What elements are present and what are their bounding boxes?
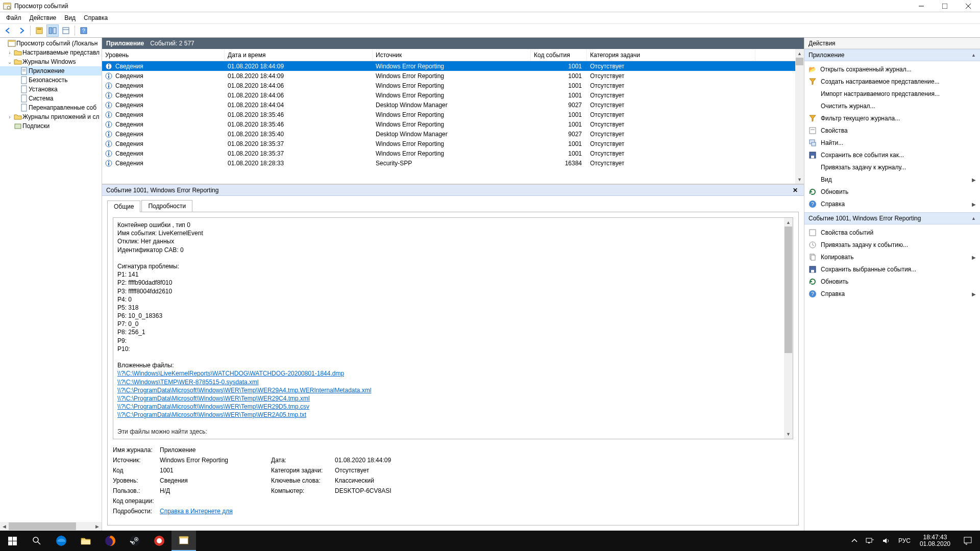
scroll-right-icon[interactable]: ▶ [93,522,102,531]
action-view-submenu[interactable]: Вид▶ [804,173,980,186]
action-event-attach-task[interactable]: Привязать задачу к событию... [804,239,980,251]
scroll-left-icon[interactable]: ◀ [0,522,9,531]
tray-language[interactable]: РУС [894,531,915,551]
tree-horizontal-scrollbar[interactable]: ◀ ▶ [0,522,102,531]
table-row[interactable]: Сведения01.08.2020 18:35:46Windows Error… [102,110,795,119]
tab-details[interactable]: Подробности [141,200,192,212]
window-close-button[interactable] [957,0,980,12]
col-level[interactable]: Уровень [102,49,225,61]
tray-notifications-button[interactable] [955,531,980,551]
window-maximize-button[interactable] [933,0,957,12]
tree-log-security[interactable]: Безопасность [0,76,102,85]
collapse-icon[interactable]: ▲ [971,216,976,221]
action-filter-log[interactable]: Фильтр текущего журнала... [804,112,980,124]
nav-back-button[interactable] [2,24,14,37]
table-row[interactable]: Сведения01.08.2020 18:44:06Windows Error… [102,90,795,100]
action-properties[interactable]: Свойства [804,124,980,137]
action-help-2[interactable]: ?Справка▶ [804,288,980,300]
scroll-thumb[interactable] [796,58,803,65]
col-date[interactable]: Дата и время [225,49,373,61]
online-help-link[interactable]: Справка в Интернете для [160,508,233,515]
detail-close-button[interactable]: ✕ [791,186,800,195]
action-help[interactable]: ?Справка▶ [804,198,980,210]
tray-clock[interactable]: 18:47:43 01.08.2020 [915,534,955,547]
menu-help[interactable]: Справка [80,13,112,22]
tree-app-service-logs[interactable]: › Журналы приложений и сл [0,112,102,121]
tree-log-setup[interactable]: Установка [0,85,102,94]
event-message[interactable]: Контейнер ошибки , тип 0 Имя события: Li… [113,218,784,439]
col-category[interactable]: Категория задачи [587,49,755,61]
expand-icon[interactable]: › [6,50,13,56]
tree-log-application[interactable]: Приложение [0,66,102,76]
menu-action[interactable]: Действие [26,13,61,22]
taskbar-eventviewer[interactable] [172,531,196,551]
tree-custom-views[interactable]: › Настраиваемые представл [0,48,102,57]
tree-subscriptions[interactable]: Подписки [0,121,102,131]
tray-volume-icon[interactable] [878,531,894,551]
col-source[interactable]: Источник [373,49,531,61]
actions-section-event[interactable]: Событие 1001, Windows Error Reporting▲ [804,212,980,224]
tray-network-icon[interactable] [862,531,878,551]
action-copy[interactable]: Копировать▶ [804,251,980,263]
table-row[interactable]: Сведения01.08.2020 18:44:06Windows Error… [102,81,795,90]
collapse-icon[interactable]: ▲ [971,53,976,58]
grid-vertical-scrollbar[interactable]: ▲ ▼ [795,49,804,184]
taskbar-steam[interactable] [122,531,147,551]
table-row[interactable]: Сведения01.08.2020 18:35:37Windows Error… [102,148,795,158]
attachment-link[interactable]: \\?\C:\Windows\LiveKernelReports\WATCHDO… [117,370,344,377]
taskbar-firefox[interactable] [98,531,122,551]
action-refresh-2[interactable]: Обновить [804,276,980,288]
tab-general[interactable]: Общие [107,201,140,212]
message-scrollbar[interactable]: ▲ ▼ [784,218,793,439]
action-save-selected[interactable]: Сохранить выбранные события... [804,263,980,276]
menu-view[interactable]: Вид [60,13,80,22]
action-import-view[interactable]: Импорт настраиваемого представления... [804,88,980,100]
table-row[interactable]: Сведения01.08.2020 18:35:40Desktop Windo… [102,129,795,139]
scroll-thumb[interactable] [785,227,792,353]
attachment-link[interactable]: \\?\C:\Windows\TEMP\WER-8785515-0.sysdat… [117,379,259,386]
nav-forward-button[interactable] [15,24,28,37]
window-minimize-button[interactable] [910,0,933,12]
table-row[interactable]: Сведения01.08.2020 18:44:09Windows Error… [102,61,795,71]
taskbar-explorer[interactable] [74,531,98,551]
actions-section-log[interactable]: Приложение▲ [804,49,980,61]
start-button[interactable] [0,531,24,551]
toolbar-button-2[interactable] [46,24,59,37]
taskbar-app-red[interactable] [147,531,172,551]
tree-root[interactable]: Просмотр событий (Локальн [0,39,102,48]
scroll-down-icon[interactable]: ▼ [784,430,793,439]
expand-icon[interactable]: › [6,114,13,120]
table-row[interactable]: Сведения01.08.2020 18:35:37Windows Error… [102,139,795,148]
taskbar-edge[interactable] [49,531,74,551]
action-open-saved-log[interactable]: 📂Открыть сохраненный журнал... [804,63,980,76]
tree-log-system[interactable]: Система [0,94,102,103]
scroll-up-icon[interactable]: ▲ [784,218,793,227]
table-row[interactable]: Сведения01.08.2020 18:28:33Security-SPP1… [102,158,795,168]
scroll-thumb[interactable] [9,522,76,530]
action-event-properties[interactable]: Свойства событий [804,227,980,239]
toolbar-button-3[interactable] [60,24,72,37]
attachment-link[interactable]: \\?\C:\ProgramData\Microsoft\Windows\WER… [117,395,310,402]
table-row[interactable]: Сведения01.08.2020 18:44:09Windows Error… [102,71,795,81]
collapse-icon[interactable]: ⌄ [6,59,13,65]
table-row[interactable]: Сведения01.08.2020 18:44:04Desktop Windo… [102,100,795,110]
attachment-link[interactable]: \\?\C:\ProgramData\Microsoft\Windows\WER… [117,403,309,410]
action-attach-task[interactable]: Привязать задачу к журналу... [804,161,980,173]
scroll-down-icon[interactable]: ▼ [795,175,804,184]
toolbar-help-button[interactable]: ? [78,24,90,37]
attachment-link[interactable]: \\?\C:\ProgramData\Microsoft\Windows\WER… [117,411,306,418]
tree-windows-logs[interactable]: ⌄ Журналы Windows [0,57,102,66]
menu-file[interactable]: Файл [2,13,26,22]
action-find[interactable]: Найти... [804,137,980,149]
col-id[interactable]: Код события [531,49,587,61]
taskbar-search-button[interactable] [24,531,49,551]
action-clear-log[interactable]: Очистить журнал... [804,100,980,112]
tray-overflow-button[interactable] [847,531,862,551]
attachment-link[interactable]: \\?\C:\ProgramData\Microsoft\Windows\WER… [117,387,371,394]
show-tree-button[interactable] [33,24,45,37]
action-refresh[interactable]: Обновить [804,186,980,198]
action-save-all[interactable]: Сохранить все события как... [804,149,980,161]
action-create-view[interactable]: Создать настраиваемое представление... [804,76,980,88]
table-row[interactable]: Сведения01.08.2020 18:35:46Windows Error… [102,119,795,129]
event-grid[interactable]: Уровень Дата и время Источник Код событи… [102,49,795,184]
